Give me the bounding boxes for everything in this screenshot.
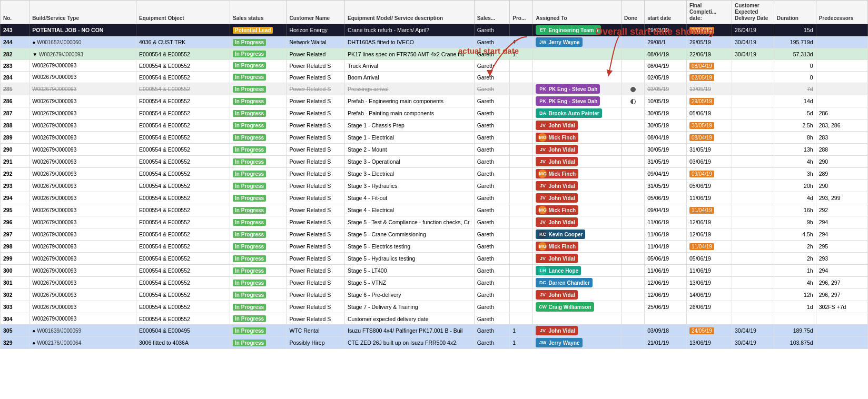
cell-model: Stage 5 - Electrics testing bbox=[344, 241, 474, 253]
cell-equip: 4036 & CUST TRK bbox=[136, 36, 230, 48]
assigned-pill: BABrooks Auto Painter bbox=[536, 108, 601, 118]
cell-pro: 4 bbox=[510, 36, 533, 48]
cell-predecessors bbox=[816, 325, 867, 337]
cell-sales: Gareth bbox=[474, 228, 510, 241]
cell-final-comp: 30/05/19 bbox=[686, 119, 732, 132]
cell-duration: 0 bbox=[774, 60, 816, 72]
cell-predecessors bbox=[816, 24, 867, 36]
avatar: PK bbox=[538, 85, 547, 93]
cell-model: Prefab - Engineering main components bbox=[344, 95, 474, 107]
cell-equip: E000554 & E000552 bbox=[136, 204, 230, 216]
cell-predecessors: 292 bbox=[816, 204, 867, 216]
cell-sales: Gareth bbox=[474, 216, 510, 228]
cell-build: W002679/J000093 bbox=[29, 144, 136, 156]
cell-assigned: JVJohn Vidal bbox=[533, 180, 621, 192]
cell-ced: 30/04/19 bbox=[732, 325, 774, 337]
avatar: JV bbox=[538, 326, 547, 335]
cell-ced bbox=[732, 156, 774, 168]
cell-build: W002679/J000093 bbox=[29, 204, 136, 216]
cell-ced bbox=[732, 228, 774, 241]
cell-start-date: 03/09/18 bbox=[645, 325, 687, 337]
table-row: 244● W001652/J0000604036 & CUST TRKIn Pr… bbox=[1, 36, 868, 48]
cell-ced bbox=[732, 180, 774, 192]
cell-start-date: 30/05/19 bbox=[645, 144, 687, 156]
cell-ced bbox=[732, 277, 774, 289]
cell-build: W002679/J000093 bbox=[29, 228, 136, 241]
avatar: JV bbox=[538, 291, 547, 299]
cell-no: 243 bbox=[1, 24, 29, 36]
assigned-pill: MGMick Finch bbox=[536, 205, 578, 215]
cell-final-comp: 29/05/19 bbox=[686, 36, 732, 48]
cell-final-comp: 02/05/19 bbox=[686, 72, 732, 83]
cell-customer: Network Waital bbox=[287, 36, 345, 48]
cell-pro bbox=[510, 289, 533, 301]
cell-assigned: PKPK Eng - Steve Dah bbox=[533, 95, 621, 107]
cell-assigned: MGMick Finch bbox=[533, 132, 621, 144]
cell-final-comp: 12/06/19 bbox=[686, 228, 732, 241]
avatar: DC bbox=[538, 278, 547, 287]
cell-model: PK17 lines spec on FTR750 AMT 4x2 Crane … bbox=[344, 48, 474, 60]
table-row: 282▼ W002679/J000093E000554 & E000552In … bbox=[1, 48, 868, 60]
table-row: 300W002679/J000093E000554 & E000552In Pr… bbox=[1, 265, 868, 277]
cell-done bbox=[621, 144, 644, 156]
cell-model: Stage 1 - Chassis Prep bbox=[344, 119, 474, 132]
cell-final-comp: 11/04/19 bbox=[686, 241, 732, 253]
assigned-pill: MGMick Finch bbox=[536, 242, 578, 251]
cell-pro bbox=[510, 156, 533, 168]
cell-build: W002679/J000093 bbox=[29, 60, 136, 72]
cell-done bbox=[621, 228, 644, 241]
cell-duration: 20h bbox=[774, 180, 816, 192]
cell-model: Stage 5 - Hydraulics testing bbox=[344, 253, 474, 265]
cell-build: W002679/J000093 bbox=[29, 253, 136, 265]
cell-start-date: 10/05/19 bbox=[645, 95, 687, 107]
cell-ced bbox=[732, 168, 774, 180]
cell-ced bbox=[732, 95, 774, 107]
cell-final-comp: 05/06/19 bbox=[686, 253, 732, 265]
cell-build: ▼ W002679/J000093 bbox=[29, 48, 136, 60]
cell-equip: E000554 & E000552 bbox=[136, 301, 230, 313]
avatar: JW bbox=[538, 38, 547, 46]
cell-done bbox=[621, 119, 644, 132]
cell-model: Customer expected delivery date bbox=[344, 313, 474, 325]
cell-sales-status: In Progress bbox=[230, 132, 287, 144]
table-row: 288W002679/J000093E000554 & E000552In Pr… bbox=[1, 119, 868, 132]
cell-final-comp: 13/05/19 bbox=[686, 83, 732, 95]
cell-done bbox=[621, 192, 644, 204]
cell-equip: E000554 & E000552 bbox=[136, 95, 230, 107]
cell-duration: 103.875d bbox=[774, 337, 816, 349]
table-row: 293W002679/J000093E000554 & E000552In Pr… bbox=[1, 180, 868, 192]
cell-sales: Gareth bbox=[474, 60, 510, 72]
cell-sales: Gareth bbox=[474, 144, 510, 156]
cell-start-date: 25/06/19 bbox=[645, 301, 687, 313]
cell-predecessors: 294 bbox=[816, 228, 867, 241]
cell-ced bbox=[732, 289, 774, 301]
cell-final-comp: 11/06/19 bbox=[686, 192, 732, 204]
cell-build: W002679/J000093 bbox=[29, 107, 136, 119]
cell-customer: Power Related S bbox=[287, 289, 345, 301]
cell-assigned: ETEngineering Team J bbox=[533, 24, 621, 36]
cell-sales-status: In Progress bbox=[230, 180, 287, 192]
cell-build: ● W001639/J000059 bbox=[29, 325, 136, 337]
cell-assigned: LHLance Hope bbox=[533, 265, 621, 277]
cell-start-date: 31/05/19 bbox=[645, 156, 687, 168]
col-header-start: start date bbox=[645, 1, 687, 24]
cell-no: 305 bbox=[1, 325, 29, 337]
cell-duration: 195.719d bbox=[774, 36, 816, 48]
assigned-pill: JVJohn Vidal bbox=[536, 193, 577, 203]
cell-sales: Gareth bbox=[474, 132, 510, 144]
cell-no: 286 bbox=[1, 95, 29, 107]
assigned-pill: DCDarren Chandler bbox=[536, 278, 592, 287]
cell-predecessors: 293 bbox=[816, 253, 867, 265]
cell-no: 290 bbox=[1, 144, 29, 156]
avatar: JV bbox=[538, 182, 547, 190]
cell-customer: Power Related S bbox=[287, 216, 345, 228]
cell-customer: Power Related S bbox=[287, 253, 345, 265]
table-row: 296W002679/J000093E000554 & E000552In Pr… bbox=[1, 216, 868, 228]
cell-predecessors: 294 bbox=[816, 216, 867, 228]
cell-assigned bbox=[533, 48, 621, 60]
cell-ced bbox=[732, 144, 774, 156]
col-header-model: Equipment Model/ Service description bbox=[344, 1, 474, 24]
cell-customer: Power Related bbox=[287, 48, 345, 60]
cell-equip: E000554 & E000552 bbox=[136, 180, 230, 192]
cell-duration: 16h bbox=[774, 204, 816, 216]
